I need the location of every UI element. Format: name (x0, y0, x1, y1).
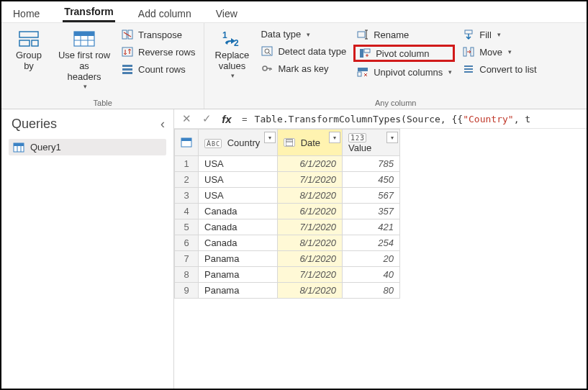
cell-country[interactable]: USA (199, 172, 278, 188)
fill-button[interactable]: Fill ▾ (459, 27, 539, 42)
row-number[interactable]: 6 (175, 235, 199, 251)
cell-country[interactable]: Canada (199, 204, 278, 219)
svg-rect-12 (122, 68, 132, 71)
formula-input[interactable]: Table.TransformColumnTypes(Source, {{"Co… (255, 114, 531, 124)
cell-country[interactable]: Panama (199, 283, 278, 299)
svg-text:1: 1 (222, 30, 227, 40)
row-number[interactable]: 9 (175, 283, 199, 299)
detect-data-type-button[interactable]: Detect data type (258, 44, 349, 58)
cell-value[interactable]: 785 (343, 156, 400, 172)
column-name: Value (348, 142, 371, 153)
move-label: Move (479, 47, 502, 58)
row-number[interactable]: 2 (175, 172, 199, 188)
row-number[interactable]: 8 (175, 267, 199, 283)
cell-date[interactable]: 7/1/2020 (278, 219, 343, 235)
move-icon (462, 46, 475, 58)
cell-value[interactable]: 421 (343, 219, 400, 235)
cell-country[interactable]: USA (199, 188, 278, 204)
accept-formula-button[interactable]: ✓ (199, 112, 214, 125)
cell-date[interactable]: 8/1/2020 (278, 235, 343, 251)
column-header-country[interactable]: ABC Country ▾ (199, 130, 278, 156)
table-row[interactable]: 6Canada8/1/2020254 (175, 235, 400, 251)
rename-button[interactable]: Rename (353, 27, 455, 42)
cell-value[interactable]: 254 (343, 235, 400, 251)
text-type-icon: ABC (204, 139, 222, 148)
reverse-rows-button[interactable]: Reverse rows (118, 45, 198, 59)
first-row-headers-button[interactable]: Use first row as headers ▾ (55, 27, 114, 97)
cell-country[interactable]: Panama (199, 267, 278, 283)
replace-values-icon: 12 (220, 29, 243, 49)
replace-values-button[interactable]: 12 Replace values ▾ (210, 27, 253, 97)
table-row[interactable]: 4Canada6/1/2020357 (175, 204, 400, 219)
fill-label: Fill (479, 30, 492, 40)
row-number[interactable]: 5 (175, 219, 199, 235)
table-row[interactable]: 1USA6/1/2020785 (175, 156, 400, 172)
table-row[interactable]: 3USA8/1/2020567 (175, 188, 400, 204)
tab-home[interactable]: Home (12, 6, 41, 22)
convert-to-list-button[interactable]: Convert to list (459, 62, 539, 76)
cell-country[interactable]: Canada (199, 235, 278, 251)
data-grid[interactable]: ABC Country ▾ Date ▾ 123 Value ▾ (174, 129, 587, 299)
cell-date[interactable]: 7/1/2020 (278, 172, 343, 188)
transpose-button[interactable]: Transpose (118, 27, 198, 42)
row-number[interactable]: 4 (175, 204, 199, 219)
query-item[interactable]: Query1 (9, 139, 166, 155)
table-row[interactable]: 2USA7/1/2020450 (175, 172, 400, 188)
column-filter-button[interactable]: ▾ (329, 132, 340, 143)
tab-transform[interactable]: Transform (63, 4, 114, 22)
chevron-down-icon: ▾ (83, 83, 87, 90)
cell-country[interactable]: USA (199, 156, 278, 172)
cell-value[interactable]: 567 (343, 188, 400, 204)
mark-as-key-button[interactable]: Mark as key (258, 61, 349, 76)
pivot-column-button[interactable]: Pivot column (353, 45, 455, 62)
unpivot-columns-button[interactable]: Unpivot columns ▾ (353, 65, 455, 79)
cell-country[interactable]: Panama (199, 251, 278, 267)
cell-value[interactable]: 40 (343, 267, 400, 283)
rename-icon (356, 29, 369, 40)
cell-value[interactable]: 80 (343, 283, 400, 299)
cell-value[interactable]: 450 (343, 172, 400, 188)
cell-date[interactable]: 7/1/2020 (278, 267, 343, 283)
fx-button[interactable]: fx (219, 113, 235, 125)
row-number[interactable]: 3 (175, 188, 199, 204)
count-rows-button[interactable]: Count rows (118, 62, 198, 76)
tab-view[interactable]: View (214, 6, 239, 22)
ribbon-group-any-column: 12 Replace values ▾ Data type ▾ Detect d… (204, 23, 587, 109)
table-row[interactable]: 5Canada7/1/2020421 (175, 219, 400, 235)
column-header-date[interactable]: Date ▾ (278, 130, 343, 156)
move-button[interactable]: Move ▾ (459, 45, 539, 59)
row-number[interactable]: 1 (175, 156, 199, 172)
cell-date[interactable]: 6/1/2020 (278, 156, 343, 172)
chevron-down-icon: ▾ (508, 48, 512, 55)
tab-add-column[interactable]: Add column (137, 6, 193, 22)
detect-type-icon (261, 45, 273, 57)
table-row[interactable]: 7Panama6/1/202020 (175, 251, 400, 267)
data-type-button[interactable]: Data type ▾ (258, 27, 349, 41)
cell-date[interactable]: 6/1/2020 (278, 251, 343, 267)
fill-icon (462, 29, 475, 40)
column-filter-button[interactable]: ▾ (264, 132, 276, 143)
cell-value[interactable]: 357 (343, 204, 400, 219)
cell-value[interactable]: 20 (343, 251, 400, 267)
table-header-icon (73, 29, 96, 49)
group-by-button[interactable]: Group by (7, 27, 50, 97)
data-type-label: Data type (261, 29, 301, 40)
main-area: Queries ‹ Query1 ✕ ✓ fx = Table.Transfor… (1, 109, 587, 389)
cell-date[interactable]: 8/1/2020 (278, 283, 343, 299)
date-type-icon (284, 138, 295, 147)
svg-rect-13 (122, 72, 132, 74)
cell-country[interactable]: Canada (199, 219, 278, 235)
cell-date[interactable]: 6/1/2020 (278, 204, 343, 219)
row-number[interactable]: 7 (175, 251, 199, 267)
table-row[interactable]: 8Panama7/1/202040 (175, 267, 400, 283)
table-corner-button[interactable] (175, 130, 199, 156)
table-icon (13, 142, 24, 153)
column-filter-button[interactable]: ▾ (386, 132, 398, 143)
column-header-value[interactable]: 123 Value ▾ (343, 130, 400, 156)
ribbon-group-table: Group by Use first row as headers ▾ Tran… (1, 23, 204, 109)
table-row[interactable]: 9Panama8/1/202080 (175, 283, 400, 299)
cancel-formula-button[interactable]: ✕ (178, 112, 194, 125)
queries-pane: Queries ‹ Query1 (1, 109, 174, 389)
collapse-pane-button[interactable]: ‹ (160, 117, 165, 132)
cell-date[interactable]: 8/1/2020 (278, 188, 343, 204)
